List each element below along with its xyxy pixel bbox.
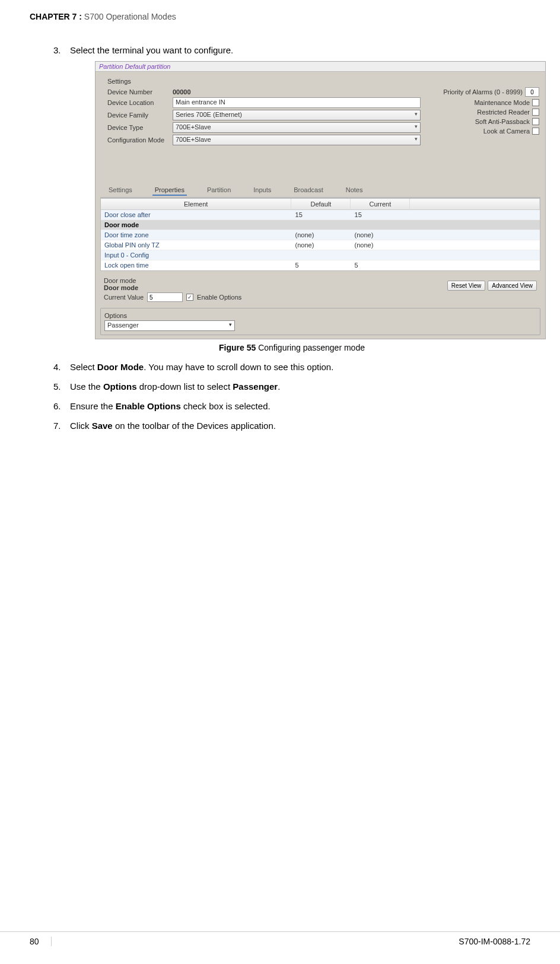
step-number: 3. [53,45,70,55]
doc-id: S700-IM-0088-1.72 [459,937,530,946]
maintenance-mode-checkbox[interactable] [532,99,539,106]
step-number: 4. [53,362,70,372]
grid-header: Element Default Current [101,199,540,210]
restricted-reader-label: Restricted Reader [477,109,530,116]
priority-input[interactable] [525,87,539,97]
figure-caption: Figure 55 Configuring passenger mode [53,343,530,352]
step-4: 4.Select Door Mode. You may have to scro… [53,362,530,372]
col-current: Current [351,199,410,209]
screenshot: Partition Default partition Settings Dev… [95,61,546,339]
device-family-row: Device Family Series 700E (Ethernet) [107,110,421,120]
tab-properties[interactable]: Properties [152,185,187,196]
settings-section-label: Settings [107,78,421,85]
reset-view-button[interactable]: Reset View [447,281,485,291]
look-at-camera-label: Look at Camera [483,128,530,135]
enable-options-label: Enable Options [197,294,241,301]
device-number-label: Device Number [107,88,173,96]
figure-number: Figure 55 [219,343,256,352]
figure-text: Configuring passenger mode [256,343,365,352]
step-3: 3.Select the terminal you want to config… [53,45,530,352]
device-number-row: Device Number 00000 [107,88,421,96]
table-row[interactable]: Door time zone(none)(none) [101,230,540,240]
look-at-camera-checkbox[interactable] [532,128,539,135]
current-value-input[interactable] [147,292,183,302]
step-number: 7. [53,421,70,431]
detail-panel: Door mode Door mode Current Value ✓ Enab… [100,275,540,304]
step-6: 6.Ensure the Enable Options check box is… [53,401,530,411]
tab-partition[interactable]: Partition [205,185,233,195]
device-type-label: Device Type [107,124,173,131]
instruction-list: 3.Select the terminal you want to config… [53,45,530,431]
configuration-mode-combo[interactable]: 700E+Slave [173,135,421,145]
step-number: 5. [53,381,70,392]
enable-options-checkbox[interactable]: ✓ [186,294,193,301]
priority-label: Priority of Alarms (0 - 8999) [443,88,523,96]
tab-broadcast[interactable]: Broadcast [291,185,326,195]
table-row[interactable]: Global PIN only TZ(none)(none) [101,240,540,250]
soft-antipassback-row: Soft Anti-Passback [432,118,539,125]
device-location-label: Device Location [107,99,173,106]
configuration-mode-row: Configuration Mode 700E+Slave [107,135,421,145]
chapter-title: S700 Operational Modes [82,12,176,21]
table-row[interactable]: Lock open time55 [101,260,540,271]
step-5: 5.Use the Options drop-down list to sele… [53,381,530,392]
chapter-number: CHAPTER 7 : [30,12,82,21]
restricted-reader-row: Restricted Reader [432,109,539,116]
soft-antipassback-checkbox[interactable] [532,118,539,125]
tab-bar: Settings Properties Partition Inputs Bro… [100,183,540,198]
col-default: Default [291,199,351,209]
step-text: Select the terminal you want to configur… [70,45,233,55]
device-family-label: Device Family [107,112,173,119]
options-box: Options Passenger [100,308,540,335]
tab-notes[interactable]: Notes [343,185,365,195]
tab-inputs[interactable]: Inputs [251,185,273,195]
device-location-input[interactable]: Main entrance IN [173,97,421,108]
device-number-value: 00000 [173,88,191,96]
step-7: 7.Click Save on the toolbar of the Devic… [53,421,530,431]
look-at-camera-row: Look at Camera [432,128,539,135]
current-value-label: Current Value [104,294,144,301]
soft-antipassback-label: Soft Anti-Passback [475,118,530,125]
options-label: Options [104,312,536,319]
priority-row: Priority of Alarms (0 - 8999) [432,87,539,97]
table-row[interactable]: Door close after1515 [101,210,540,220]
page-footer: 80 S700-IM-0088-1.72 [0,931,560,946]
options-combo[interactable]: Passenger [104,320,235,331]
step-number: 6. [53,401,70,411]
col-element: Element [101,199,291,209]
chapter-header: CHAPTER 7 : S700 Operational Modes [30,12,530,21]
page-number: 80 [30,937,52,946]
device-family-combo[interactable]: Series 700E (Ethernet) [173,110,421,120]
table-row[interactable]: Input 0 - Config [101,250,540,260]
configuration-mode-label: Configuration Mode [107,136,173,144]
device-type-row: Device Type 700E+Slave [107,122,421,133]
device-location-row: Device Location Main entrance IN [107,97,421,108]
properties-grid: Element Default Current Door close after… [100,198,540,271]
table-row-selected[interactable]: Door mode [101,220,540,230]
device-type-combo[interactable]: 700E+Slave [173,122,421,133]
figure-wrap: Partition Default partition Settings Dev… [95,61,530,339]
maintenance-mode-label: Maintenance Mode [474,99,530,106]
window-titlebar: Partition Default partition [96,62,545,72]
tab-settings[interactable]: Settings [106,185,135,195]
restricted-reader-checkbox[interactable] [532,109,539,116]
advanced-view-button[interactable]: Advanced View [488,281,537,291]
maintenance-mode-row: Maintenance Mode [432,99,539,106]
